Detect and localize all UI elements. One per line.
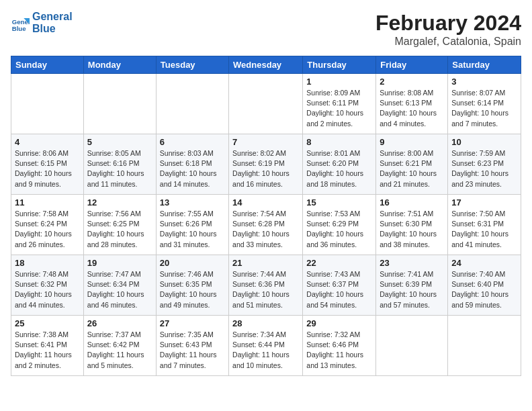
logo-blue: Blue <box>32 23 73 35</box>
calendar-week-4: 18Sunrise: 7:48 AM Sunset: 6:32 PM Dayli… <box>11 255 521 316</box>
calendar-cell: 14Sunrise: 7:54 AM Sunset: 6:28 PM Dayli… <box>229 195 303 255</box>
calendar-cell: 24Sunrise: 7:40 AM Sunset: 6:40 PM Dayli… <box>448 255 521 316</box>
calendar-cell: 11Sunrise: 7:58 AM Sunset: 6:24 PM Dayli… <box>11 195 84 255</box>
calendar-cell <box>83 74 156 134</box>
calendar-cell: 26Sunrise: 7:37 AM Sunset: 6:42 PM Dayli… <box>83 316 156 376</box>
calendar-cell: 28Sunrise: 7:34 AM Sunset: 6:44 PM Dayli… <box>229 316 303 376</box>
calendar-cell: 8Sunrise: 8:01 AM Sunset: 6:20 PM Daylig… <box>303 134 376 195</box>
calendar-cell: 13Sunrise: 7:55 AM Sunset: 6:26 PM Dayli… <box>156 195 228 255</box>
day-number: 7 <box>232 137 299 147</box>
day-number: 23 <box>380 258 444 268</box>
day-info: Sunrise: 7:59 AM Sunset: 6:23 PM Dayligh… <box>451 148 517 189</box>
day-info: Sunrise: 7:38 AM Sunset: 6:41 PM Dayligh… <box>15 330 80 371</box>
calendar-cell: 18Sunrise: 7:48 AM Sunset: 6:32 PM Dayli… <box>11 255 84 316</box>
day-number: 24 <box>451 258 517 268</box>
day-number: 9 <box>380 137 444 147</box>
day-info: Sunrise: 8:02 AM Sunset: 6:19 PM Dayligh… <box>232 148 299 189</box>
svg-text:Blue: Blue <box>12 25 26 32</box>
day-number: 14 <box>232 197 299 208</box>
calendar-cell <box>229 74 303 134</box>
day-number: 2 <box>380 77 444 87</box>
day-info: Sunrise: 8:03 AM Sunset: 6:18 PM Dayligh… <box>160 148 225 189</box>
day-number: 11 <box>15 197 80 208</box>
day-number: 22 <box>306 258 372 268</box>
calendar-cell <box>156 74 228 134</box>
day-info: Sunrise: 7:53 AM Sunset: 6:29 PM Dayligh… <box>306 209 372 250</box>
day-info: Sunrise: 7:32 AM Sunset: 6:46 PM Dayligh… <box>306 330 372 371</box>
day-info: Sunrise: 8:07 AM Sunset: 6:14 PM Dayligh… <box>451 88 517 129</box>
day-number: 16 <box>380 197 444 208</box>
day-info: Sunrise: 7:43 AM Sunset: 6:37 PM Dayligh… <box>306 269 372 310</box>
calendar-cell: 12Sunrise: 7:56 AM Sunset: 6:25 PM Dayli… <box>83 195 156 255</box>
col-header-tuesday: Tuesday <box>156 56 228 74</box>
calendar-week-3: 11Sunrise: 7:58 AM Sunset: 6:24 PM Dayli… <box>11 195 521 255</box>
col-header-monday: Monday <box>83 56 156 74</box>
day-number: 8 <box>306 137 372 147</box>
day-number: 12 <box>87 197 152 208</box>
day-info: Sunrise: 8:06 AM Sunset: 6:15 PM Dayligh… <box>15 148 80 189</box>
logo-icon: General Blue <box>11 13 30 32</box>
day-info: Sunrise: 7:37 AM Sunset: 6:42 PM Dayligh… <box>87 330 152 371</box>
calendar-cell: 23Sunrise: 7:41 AM Sunset: 6:39 PM Dayli… <box>376 255 448 316</box>
calendar-cell: 27Sunrise: 7:35 AM Sunset: 6:43 PM Dayli… <box>156 316 228 376</box>
calendar-cell: 22Sunrise: 7:43 AM Sunset: 6:37 PM Dayli… <box>303 255 376 316</box>
day-number: 17 <box>451 197 517 208</box>
day-number: 29 <box>306 318 372 328</box>
day-info: Sunrise: 8:05 AM Sunset: 6:16 PM Dayligh… <box>87 148 152 189</box>
calendar-cell: 10Sunrise: 7:59 AM Sunset: 6:23 PM Dayli… <box>448 134 521 195</box>
calendar-cell: 9Sunrise: 8:00 AM Sunset: 6:21 PM Daylig… <box>376 134 448 195</box>
day-info: Sunrise: 7:51 AM Sunset: 6:30 PM Dayligh… <box>380 209 444 250</box>
calendar-cell: 20Sunrise: 7:46 AM Sunset: 6:35 PM Dayli… <box>156 255 228 316</box>
calendar-cell: 21Sunrise: 7:44 AM Sunset: 6:36 PM Dayli… <box>229 255 303 316</box>
day-info: Sunrise: 8:00 AM Sunset: 6:21 PM Dayligh… <box>380 148 444 189</box>
calendar-week-5: 25Sunrise: 7:38 AM Sunset: 6:41 PM Dayli… <box>11 316 521 376</box>
day-number: 28 <box>232 318 299 328</box>
day-info: Sunrise: 7:54 AM Sunset: 6:28 PM Dayligh… <box>232 209 299 250</box>
day-number: 19 <box>87 258 152 268</box>
calendar-cell: 7Sunrise: 8:02 AM Sunset: 6:19 PM Daylig… <box>229 134 303 195</box>
day-number: 1 <box>306 77 372 87</box>
day-info: Sunrise: 7:50 AM Sunset: 6:31 PM Dayligh… <box>451 209 517 250</box>
day-number: 6 <box>160 137 225 147</box>
day-info: Sunrise: 7:35 AM Sunset: 6:43 PM Dayligh… <box>160 330 225 371</box>
day-info: Sunrise: 7:47 AM Sunset: 6:34 PM Dayligh… <box>87 269 152 310</box>
col-header-friday: Friday <box>376 56 448 74</box>
calendar-week-1: 1Sunrise: 8:09 AM Sunset: 6:11 PM Daylig… <box>11 74 521 134</box>
day-number: 27 <box>160 318 225 328</box>
day-info: Sunrise: 7:56 AM Sunset: 6:25 PM Dayligh… <box>87 209 152 250</box>
calendar-cell <box>376 316 448 376</box>
calendar-cell: 4Sunrise: 8:06 AM Sunset: 6:15 PM Daylig… <box>11 134 84 195</box>
calendar-week-2: 4Sunrise: 8:06 AM Sunset: 6:15 PM Daylig… <box>11 134 521 195</box>
calendar-cell: 29Sunrise: 7:32 AM Sunset: 6:46 PM Dayli… <box>303 316 376 376</box>
day-number: 21 <box>232 258 299 268</box>
day-info: Sunrise: 7:58 AM Sunset: 6:24 PM Dayligh… <box>15 209 80 250</box>
col-header-saturday: Saturday <box>448 56 521 74</box>
day-number: 18 <box>15 258 80 268</box>
day-number: 15 <box>306 197 372 208</box>
day-number: 25 <box>15 318 80 328</box>
calendar-cell <box>11 74 84 134</box>
day-number: 5 <box>87 137 152 147</box>
calendar-cell: 16Sunrise: 7:51 AM Sunset: 6:30 PM Dayli… <box>376 195 448 255</box>
day-info: Sunrise: 8:08 AM Sunset: 6:13 PM Dayligh… <box>380 88 444 129</box>
day-info: Sunrise: 7:34 AM Sunset: 6:44 PM Dayligh… <box>232 330 299 371</box>
day-info: Sunrise: 7:41 AM Sunset: 6:39 PM Dayligh… <box>380 269 444 310</box>
day-info: Sunrise: 7:48 AM Sunset: 6:32 PM Dayligh… <box>15 269 80 310</box>
day-number: 10 <box>451 137 517 147</box>
col-header-thursday: Thursday <box>303 56 376 74</box>
day-info: Sunrise: 7:40 AM Sunset: 6:40 PM Dayligh… <box>451 269 517 310</box>
day-number: 20 <box>160 258 225 268</box>
calendar-table: SundayMondayTuesdayWednesdayThursdayFrid… <box>11 56 521 376</box>
day-info: Sunrise: 7:55 AM Sunset: 6:26 PM Dayligh… <box>160 209 225 250</box>
calendar-cell: 3Sunrise: 8:07 AM Sunset: 6:14 PM Daylig… <box>448 74 521 134</box>
location: Margalef, Catalonia, Spain <box>375 36 521 48</box>
day-info: Sunrise: 8:09 AM Sunset: 6:11 PM Dayligh… <box>306 88 372 129</box>
calendar-cell: 6Sunrise: 8:03 AM Sunset: 6:18 PM Daylig… <box>156 134 228 195</box>
col-header-sunday: Sunday <box>11 56 84 74</box>
logo: General Blue General Blue <box>11 11 73 34</box>
logo-general: General <box>32 11 73 23</box>
page-header: General Blue General Blue February 2024 … <box>11 11 521 48</box>
calendar-cell: 17Sunrise: 7:50 AM Sunset: 6:31 PM Dayli… <box>448 195 521 255</box>
day-number: 3 <box>451 77 517 87</box>
col-header-wednesday: Wednesday <box>229 56 303 74</box>
